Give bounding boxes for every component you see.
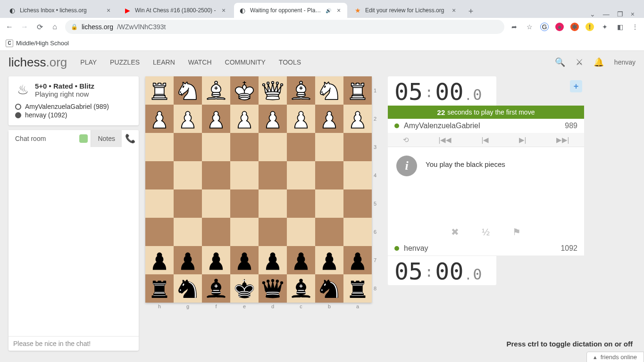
square[interactable]: [259, 274, 287, 303]
nav-tools[interactable]: TOOLS: [279, 58, 301, 66]
square[interactable]: [202, 105, 230, 133]
bB-piece[interactable]: [204, 276, 228, 301]
flip-board-icon[interactable]: ⟲: [403, 136, 409, 144]
chat-tab-room[interactable]: Chat room: [8, 130, 52, 147]
wP-piece[interactable]: [260, 107, 285, 131]
home-button[interactable]: ⌂: [50, 23, 59, 31]
bookmark-middle-high[interactable]: C Middle/High School: [6, 40, 69, 47]
square[interactable]: [259, 76, 287, 105]
square[interactable]: [174, 218, 202, 246]
close-icon[interactable]: ×: [105, 7, 112, 14]
wK-piece[interactable]: [232, 78, 257, 103]
wR-piece[interactable]: [345, 78, 370, 103]
first-move-icon[interactable]: |◀◀: [439, 136, 452, 144]
chevron-down-icon[interactable]: ⌄: [590, 10, 595, 18]
square[interactable]: [145, 218, 174, 246]
square[interactable]: [174, 246, 202, 274]
square[interactable]: [287, 218, 315, 246]
bP-piece[interactable]: [204, 248, 228, 272]
black-player-row[interactable]: henvay (1092): [15, 111, 132, 119]
square[interactable]: [230, 246, 259, 274]
square[interactable]: [174, 105, 202, 133]
sidepanel-icon[interactable]: ◧: [616, 23, 624, 31]
square[interactable]: [202, 76, 230, 105]
square[interactable]: [315, 105, 343, 133]
close-icon[interactable]: ×: [335, 7, 343, 14]
square[interactable]: [315, 189, 343, 218]
square[interactable]: [230, 189, 259, 218]
wP-piece[interactable]: [232, 107, 257, 131]
reload-button[interactable]: ⟳: [35, 23, 44, 32]
bP-piece[interactable]: [260, 248, 285, 272]
draw-offer-icon[interactable]: ½: [482, 227, 490, 238]
square[interactable]: [287, 246, 315, 274]
white-player-row[interactable]: AmyValenzuelaGabriel (989): [15, 103, 132, 110]
audio-icon[interactable]: 🔊: [326, 8, 331, 13]
tab-review[interactable]: ★ Edit your review for Lichess.org ×: [349, 3, 462, 18]
square[interactable]: [145, 105, 174, 133]
bookmark-game-button[interactable]: +: [570, 80, 582, 92]
square[interactable]: [343, 76, 372, 105]
nav-watch[interactable]: WATCH: [188, 58, 212, 66]
my-line[interactable]: henvay 1092: [388, 241, 584, 255]
square[interactable]: [259, 161, 287, 189]
bP-piece[interactable]: [345, 248, 370, 272]
back-button[interactable]: ←: [5, 23, 14, 31]
bookmark-star-icon[interactable]: ☆: [525, 23, 534, 31]
square[interactable]: [315, 161, 343, 189]
bR-piece[interactable]: [147, 276, 172, 301]
square[interactable]: [174, 133, 202, 161]
square[interactable]: [145, 189, 174, 218]
square[interactable]: [202, 218, 230, 246]
extensions-icon[interactable]: ✦: [601, 23, 609, 31]
wQ-piece[interactable]: [260, 78, 285, 103]
nav-learn[interactable]: LEARN: [153, 58, 175, 66]
nav-play[interactable]: PLAY: [80, 58, 97, 66]
tab-waiting-opponent[interactable]: ◐ Waiting for opponent - Play A 🔊 ×: [234, 3, 347, 18]
wN-piece[interactable]: [176, 78, 200, 103]
square[interactable]: [343, 274, 372, 303]
wN-piece[interactable]: [317, 78, 342, 103]
square[interactable]: [145, 246, 174, 274]
square[interactable]: [315, 76, 343, 105]
square[interactable]: [259, 133, 287, 161]
resign-icon[interactable]: ⚑: [512, 226, 521, 238]
minimize-icon[interactable]: —: [603, 10, 610, 18]
prev-move-icon[interactable]: |◀: [482, 136, 489, 144]
square[interactable]: [230, 76, 259, 105]
bQ-piece[interactable]: [260, 276, 285, 301]
square[interactable]: [145, 274, 174, 303]
wP-piece[interactable]: [289, 107, 313, 131]
bR-piece[interactable]: [345, 276, 370, 301]
tab-lichess-inbox[interactable]: ◐ Lichess Inbox • lichess.org ×: [4, 3, 117, 18]
square[interactable]: [315, 133, 343, 161]
ext-icon-2[interactable]: ✱: [570, 23, 579, 31]
square[interactable]: [343, 189, 372, 218]
wB-piece[interactable]: [289, 78, 313, 103]
tab-youtube[interactable]: ▶ Win At Chess #16 (1800-2500) - ×: [119, 3, 232, 18]
square[interactable]: [287, 133, 315, 161]
square[interactable]: [202, 133, 230, 161]
nav-puzzles[interactable]: PUZZLES: [110, 58, 140, 66]
address-bar[interactable]: 🔒 lichess.org/WZwVlNhC393t: [65, 20, 504, 34]
nav-community[interactable]: COMMUNITY: [225, 58, 266, 66]
menu-icon[interactable]: ⋮: [631, 23, 639, 31]
square[interactable]: [145, 133, 174, 161]
square[interactable]: [259, 246, 287, 274]
square[interactable]: [202, 246, 230, 274]
next-move-icon[interactable]: ▶|: [519, 136, 527, 144]
square[interactable]: [202, 161, 230, 189]
square[interactable]: [287, 105, 315, 133]
square[interactable]: [202, 274, 230, 303]
chat-input[interactable]: Please be nice in the chat!: [8, 336, 139, 351]
square[interactable]: [343, 218, 372, 246]
bP-piece[interactable]: [176, 248, 200, 272]
friends-bar[interactable]: ▴ friends online: [586, 352, 644, 362]
square[interactable]: [145, 76, 174, 105]
square[interactable]: [174, 76, 202, 105]
square[interactable]: [230, 133, 259, 161]
challenge-icon[interactable]: ⚔: [576, 57, 583, 67]
square[interactable]: [230, 218, 259, 246]
new-tab-button[interactable]: +: [464, 5, 477, 18]
chat-toggle[interactable]: [79, 134, 88, 143]
